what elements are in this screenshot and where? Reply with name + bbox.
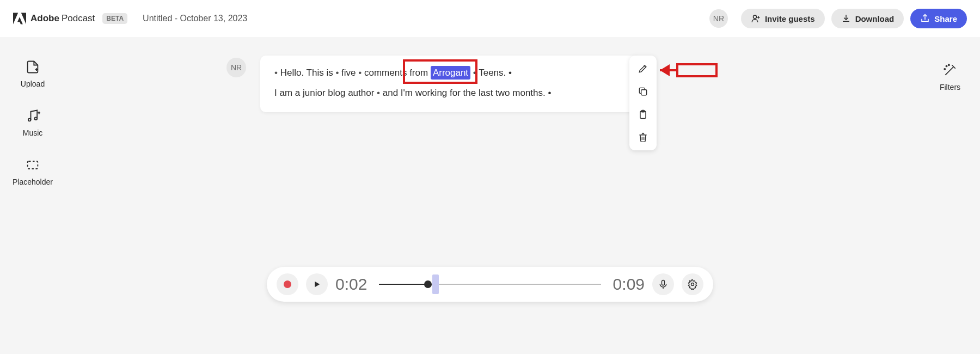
right-rail: Filters [920,37,980,354]
transcript-word[interactable]: five [335,68,356,78]
invite-guests-button[interactable]: Invite guests [741,9,825,28]
adobe-logo-icon [13,13,26,25]
svg-rect-9 [28,161,38,169]
music-icon [24,108,41,124]
user-avatar[interactable]: NR [709,9,728,28]
music-rail-item[interactable]: Music [23,108,43,137]
record-button[interactable] [277,273,298,295]
placeholder-rail-item[interactable]: Placeholder [13,157,53,186]
transcript-word[interactable]: Hello. This is [274,68,333,78]
share-label: Share [934,14,957,23]
invite-label: Invite guests [765,14,815,23]
placeholder-label: Placeholder [13,178,53,186]
total-time: 0:09 [613,275,645,294]
svg-point-5 [28,119,31,121]
upload-icon [24,59,41,75]
share-icon [920,14,930,23]
clipboard-icon [638,109,648,120]
document-title[interactable]: Untitled - October 13, 2023 [143,14,247,23]
transcript-word[interactable]: Teens. [473,68,506,78]
settings-button[interactable] [682,273,703,295]
transcript-word[interactable]: • [548,88,552,98]
transcript-selected-word[interactable]: Arrogant [431,66,470,80]
svg-point-11 [944,69,945,70]
copy-icon [638,86,648,97]
copy-button[interactable] [634,84,652,99]
download-icon [841,14,851,23]
svg-point-10 [946,65,947,66]
playback-bar: 0:02 0:09 [267,267,713,302]
share-button[interactable]: Share [910,9,967,28]
track-fill [379,284,428,285]
svg-point-20 [691,283,694,286]
user-plus-icon [751,14,761,23]
placeholder-icon [24,157,41,173]
transcript-line-1[interactable]: Hello. This is five comments from Arroga… [274,65,626,80]
upload-label: Upload [21,80,45,88]
mic-icon [658,279,669,290]
transcript-block: NR Hello. This is five comments from Arr… [226,56,640,112]
selection-toolbar [629,56,657,150]
svg-point-0 [753,15,756,19]
current-time: 0:02 [335,275,367,294]
app-header: Adobe Podcast BETA Untitled - October 13… [0,0,980,37]
filters-icon [942,62,958,78]
beta-badge: BETA [102,13,127,24]
play-button[interactable] [306,273,328,295]
left-rail: Upload Music Placeholder [0,37,65,354]
svg-rect-18 [662,280,665,285]
brand-text: Adobe Podcast [30,13,95,24]
logo-group: Adobe Podcast BETA [13,13,127,25]
transcript-word[interactable]: I am a junior blog author [274,88,374,98]
brand-rest: Podcast [62,13,95,24]
filters-label: Filters [940,83,960,91]
gear-icon [687,279,698,290]
paste-button[interactable] [634,107,652,122]
music-label: Music [23,129,43,137]
mic-button[interactable] [652,273,674,295]
filters-rail-item[interactable]: Filters [940,62,960,91]
svg-point-6 [35,117,38,120]
transcript-word[interactable]: and I'm working for the last two months. [377,88,546,98]
transcript-word[interactable]: comments from [358,68,428,78]
transcript-word[interactable]: • [509,68,512,78]
transcript-line-2[interactable]: I am a junior blog author and I'm workin… [274,86,626,100]
edit-button[interactable] [634,61,652,76]
download-button[interactable]: Download [831,9,904,28]
delete-button[interactable] [634,130,652,145]
pencil-icon [638,63,648,74]
speaker-avatar[interactable]: NR [226,58,246,77]
annotation-arrow [658,61,718,80]
record-icon [284,280,291,288]
upload-rail-item[interactable]: Upload [21,59,45,88]
download-label: Download [855,14,895,23]
transcript-card[interactable]: Hello. This is five comments from Arroga… [260,56,640,112]
svg-point-12 [948,64,950,65]
track-knob[interactable] [424,280,432,288]
track-selection-region [432,274,439,294]
play-icon [312,279,322,289]
trash-icon [638,132,648,143]
timeline-track[interactable] [379,273,601,295]
svg-rect-13 [641,90,647,95]
brand-bold: Adobe [30,13,59,24]
